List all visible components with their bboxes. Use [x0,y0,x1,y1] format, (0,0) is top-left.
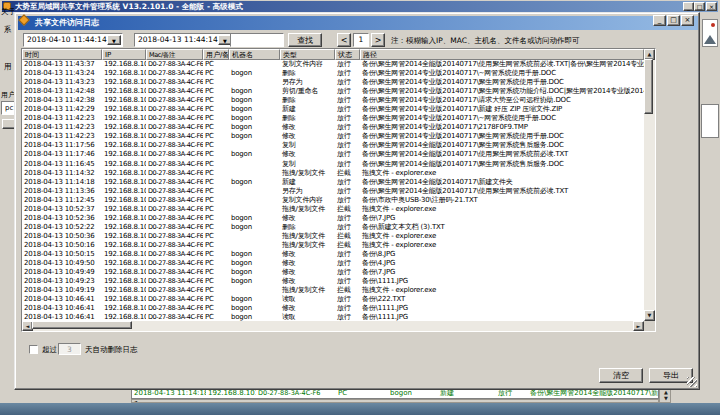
cell-time: 2018-04-13 11:12:45 [22,196,102,205]
column-header-path[interactable]: 路径 [360,49,644,60]
find-button[interactable]: 查找 [288,33,322,47]
table-row[interactable]: 2018-04-13 11:42:23192.168.8.101D0-27-88… [22,114,644,123]
cell-ip: 192.168.8.101 [102,223,146,232]
cell-type: 复制 [280,141,335,150]
main-maximize-button[interactable]: □ [694,2,705,11]
cell-user: PC [203,105,229,114]
table-row[interactable]: 2018-04-13 10:50:15192.168.8.101D0-27-88… [22,250,644,259]
table-row[interactable]: 2018-04-13 11:17:56192.168.8.101D0-27-88… [22,141,644,150]
cell-mac: D0-27-88-3A-4C-F6 [146,214,203,223]
cell-user: PC [203,60,229,69]
table-row[interactable]: 2018-04-13 11:43:24192.168.8.101D0-27-88… [22,69,644,78]
cell-type: 删除 [280,96,335,105]
cell-machine [229,160,280,169]
table-row[interactable]: 2018-04-13 11:43:23192.168.8.101D0-27-88… [22,78,644,87]
next-page-button[interactable]: > [371,33,385,47]
table-row[interactable]: 2018-04-13 11:42:23192.168.8.101D0-27-88… [22,132,644,141]
cell-ip: 192.168.8.101 [102,259,146,268]
table-row[interactable]: 2018-04-13 11:42:29192.168.8.101D0-27-88… [22,105,644,114]
cell-ip: 192.168.8.101 [102,69,146,78]
table-hscrollbar[interactable]: ◄ ► [22,321,644,331]
share-file-log-dialog: 共享文件访问日志 _ □ × 2018-04-10 11:44:14 ▼ 201… [14,12,700,390]
autodelete-checkbox[interactable] [29,345,38,354]
resize-grip[interactable] [687,377,697,387]
cell-ip: 192.168.8.101 [102,304,146,313]
chevron-down-icon[interactable]: ▼ [107,35,121,45]
table-row[interactable]: 2018-04-13 11:42:23192.168.8.101D0-27-88… [22,123,644,132]
cell-path: 备份\聚生网管2014专业版20140717\~网管系统使用手册.DOC [360,114,644,123]
table-row[interactable]: 2018-04-13 11:42:38192.168.8.101D0-27-88… [22,96,644,105]
clear-button[interactable]: 清空 [599,368,643,383]
main-close-button[interactable]: × [706,2,717,11]
scroll-down-icon[interactable]: ▼ [661,394,671,402]
cell-machine: bogon [229,259,280,268]
cell-mac: D0-27-88-3A-4C-F6 [146,132,203,141]
table-row[interactable]: 2018-04-13 10:49:50192.168.8.101D0-27-88… [22,259,644,268]
table-row[interactable]: 2018-04-13 11:14:32192.168.8.101D0-27-88… [22,169,644,178]
cell-path: 备份\4.JPG [360,259,644,268]
table-row[interactable]: 2018-04-13 10:52:37192.168.8.101D0-27-88… [22,205,644,214]
cell-machine [229,141,280,150]
cell-status: 拦截 [335,241,360,250]
cell-machine: bogon [229,214,280,223]
vscroll-thumb[interactable] [644,59,653,114]
cell-machine: bogon [229,150,280,159]
column-header-user[interactable]: 用户/备注 [203,49,229,60]
table-row[interactable]: 2018-04-13 11:14:18192.168.8.101D0-27-88… [22,178,644,187]
column-header-type[interactable]: 类型 [280,49,335,60]
start-time-picker[interactable]: 2018-04-10 11:44:14 ▼ [23,33,123,47]
table-row[interactable]: 2018-04-13 10:50:16192.168.8.101D0-27-88… [22,241,644,250]
scroll-right-icon[interactable]: ► [633,321,644,331]
table-row[interactable]: 2018-04-13 10:50:36192.168.8.101D0-27-88… [22,232,644,241]
column-header-status[interactable]: 状态 [335,49,360,60]
table-row[interactable]: 2018-04-13 10:46:41192.168.8.101D0-27-88… [22,295,644,304]
column-header-mac[interactable]: Mac/备注 [146,49,203,60]
column-header-ip[interactable]: IP [102,49,146,60]
cell-type: 修改 [280,214,335,223]
cell-user: PC [203,114,229,123]
table-row[interactable]: 2018-04-13 10:46:41192.168.8.101D0-27-88… [22,304,644,313]
table-row[interactable]: 2018-04-13 11:16:45192.168.8.101D0-27-88… [22,160,644,169]
table-row[interactable]: 2018-04-13 10:49:19192.168.8.101D0-27-88… [22,286,644,295]
cell-time: 2018-04-13 11:43:24 [22,69,102,78]
main-minimize-button[interactable]: _ [683,2,694,11]
cell-machine: bogon [229,250,280,259]
page-number-input[interactable]: 1 [353,33,369,47]
table-row[interactable]: 2018-04-13 10:52:22192.168.8.101D0-27-88… [22,223,644,232]
dialog-maximize-button[interactable]: □ [667,15,680,26]
cell-mac: D0-27-88-3A-4C-F6 [146,114,203,123]
table-row[interactable]: 2018-04-13 11:43:37192.168.8.101D0-27-88… [22,60,644,69]
table-row[interactable]: 2018-04-13 10:49:23192.168.8.101D0-27-88… [22,277,644,286]
table-row[interactable]: 2018-04-13 10:49:49192.168.8.101D0-27-88… [22,268,644,277]
cell-type: 修改 [280,259,335,268]
table-vscrollbar[interactable]: ▲ ▼ [644,49,655,321]
dialog-close-button[interactable]: × [681,15,694,26]
prev-page-button[interactable]: < [337,33,351,47]
cell-ip: 192.168.8.101 [102,123,146,132]
hscroll-thumb[interactable] [32,321,132,329]
cell-user: PC [203,304,229,313]
table-row[interactable]: 2018-04-13 11:12:45192.168.8.101D0-27-88… [22,196,644,205]
cell-ip: 192.168.8.101 [102,313,146,321]
cell-path: 备份\聚生网管2014专业版20140717\新建 好压 ZIP 压缩文件.ZI… [360,105,644,114]
table-row[interactable]: 2018-04-13 11:17:46192.168.8.101D0-27-88… [22,150,644,159]
table-row[interactable]: 2018-04-13 11:42:48192.168.8.101D0-27-88… [22,87,644,96]
cell-status: 放行 [335,123,360,132]
cell-user: PC [203,160,229,169]
cell-mac: D0-27-88-3A-4C-F6 [146,69,203,78]
column-header-time[interactable]: 时间 [22,49,102,60]
search-input[interactable] [230,33,284,47]
scroll-down-icon[interactable]: ▼ [644,310,655,321]
end-time-picker[interactable]: 2018-04-13 11:44:14 ▼ [134,33,234,47]
main-window-title: 大势至局域网共享文件管理系统 V13.2.101.0 - 全能版 - 高级模式 [15,2,243,11]
table-row[interactable]: 2018-04-13 10:46:41192.168.8.101D0-27-88… [22,313,644,321]
cell-time: 2018-04-13 11:17:46 [22,150,102,159]
table-row[interactable]: 2018-04-13 10:52:36192.168.8.101D0-27-88… [22,214,644,223]
cell-status: 放行 [335,160,360,169]
autodelete-days-input[interactable]: 3 [58,343,81,355]
column-header-machine[interactable]: 机器名 [229,49,280,60]
dialog-minimize-button[interactable]: _ [653,15,666,26]
cell-type: 新建 [280,178,335,187]
table-row[interactable]: 2018-04-13 11:13:36192.168.8.101D0-27-88… [22,187,644,196]
cell-mac: D0-27-88-3A-4C-F6 [146,96,203,105]
